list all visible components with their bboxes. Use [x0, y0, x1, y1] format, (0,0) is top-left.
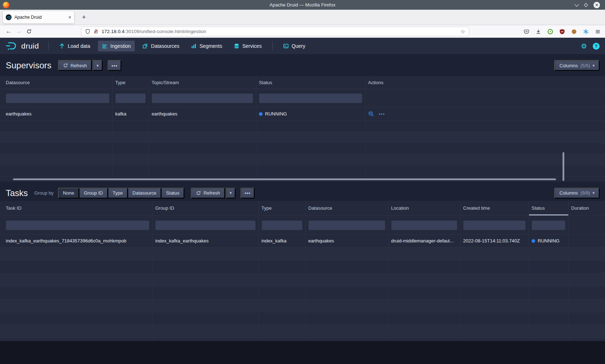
sup-header-status[interactable]: Status [256, 76, 366, 89]
sup-filter-type-input[interactable] [115, 93, 146, 103]
window-close-icon[interactable]: × [593, 2, 600, 8]
new-tab-button[interactable]: + [79, 13, 89, 22]
window-maximize-icon[interactable] [584, 3, 588, 7]
supervisors-title: Supervisors [6, 60, 51, 70]
nav-item-services[interactable]: Services [230, 41, 266, 51]
ingestion-icon [102, 43, 108, 49]
help-icon[interactable]: ? [593, 43, 600, 50]
task-header-status-sorted[interactable]: Status [529, 201, 569, 215]
tracking-shield-icon[interactable] [85, 29, 90, 34]
downloads-icon[interactable] [535, 29, 541, 35]
empty-row [0, 132, 605, 143]
task-filter-datasource-input[interactable] [308, 220, 385, 230]
refresh-label: Refresh [71, 63, 87, 68]
sup-filter-status-input[interactable] [259, 93, 362, 103]
group-by-type-button[interactable]: Type [108, 188, 128, 199]
group-by-group-id-button[interactable]: Group ID [79, 188, 108, 199]
url-bar[interactable]: 172.18.0.4:30109/unified-console.html#in… [81, 27, 469, 36]
sup-header-type[interactable]: Type [113, 76, 149, 89]
cell-group-id: index_kafka_earthquakes [153, 235, 259, 247]
empty-row [0, 165, 605, 177]
group-by-datasource-button[interactable]: Datasource [128, 188, 161, 199]
columns-count: (9/9) [581, 190, 590, 196]
sup-header-actions: Actions [366, 76, 605, 89]
tasks-refresh-caret-button[interactable]: ▾ [226, 188, 236, 199]
sup-header-topic-stream[interactable]: Topic/Stream [149, 76, 256, 89]
ublock-origin-icon[interactable]: UO [559, 29, 565, 35]
task-row-index-kafka-earthquakes[interactable]: index_kafka_earthquakes_7184357396d6c0a_… [0, 235, 605, 247]
task-filter-created-time-input[interactable] [463, 220, 526, 230]
group-by-status-button[interactable]: Status [161, 188, 184, 199]
nav-item-segments[interactable]: Segments [187, 41, 226, 51]
druid-brand[interactable]: druid [5, 41, 39, 51]
refresh-label: Refresh [203, 190, 220, 196]
task-header-group-id[interactable]: Group ID [153, 201, 259, 215]
tasks-refresh-button[interactable]: Refresh [191, 188, 225, 199]
empty-row [0, 299, 605, 312]
empty-row [0, 260, 605, 273]
consent-asterisk-icon[interactable] [583, 29, 589, 35]
supervisors-more-button[interactable]: ••• [108, 60, 122, 71]
supervisors-refresh-button[interactable]: Refresh [58, 60, 92, 71]
segments-icon [191, 43, 197, 49]
task-filter-location-input[interactable] [391, 220, 457, 230]
cookie-icon[interactable] [571, 29, 577, 35]
nav-label: Query [292, 43, 305, 49]
task-filter-group-id-input[interactable] [155, 220, 256, 230]
tab-close-icon[interactable]: × [68, 14, 71, 20]
task-header-created-time[interactable]: Created time [461, 201, 529, 215]
task-header-type[interactable]: Type [259, 201, 306, 215]
task-filter-status-input[interactable] [532, 220, 565, 230]
task-filter-type-input[interactable] [261, 220, 302, 230]
cell-task-id: index_kafka_earthquakes_7184357396d6c0a_… [0, 235, 153, 247]
supervisors-section: Supervisors Refresh ▾ ••• Columns (5/5) … [0, 55, 605, 185]
empty-row [0, 154, 605, 165]
reload-icon [26, 29, 32, 34]
horizontal-scrollbar[interactable] [13, 178, 556, 180]
task-header-task-id[interactable]: Task ID [0, 201, 153, 215]
menu-hamburger-icon[interactable] [595, 29, 601, 35]
vertical-scrollbar[interactable] [563, 152, 564, 181]
reload-button[interactable] [24, 29, 34, 34]
task-header-datasource[interactable]: Datasource [306, 201, 389, 215]
task-filter-task-id-input[interactable] [6, 220, 149, 230]
supervisors-refresh-caret-button[interactable]: ▾ [93, 60, 103, 71]
cell-location: druid-middlemanager-defaul... [389, 235, 461, 247]
chevron-down-icon: ▾ [230, 191, 232, 195]
nav-item-query[interactable]: Query [279, 41, 309, 51]
supervisors-table: Datasource Type Topic/Stream Status Acti… [0, 76, 605, 182]
nav-item-load-data[interactable]: Load data [55, 41, 94, 51]
cell-type: index_kafka [259, 235, 306, 247]
row-more-icon[interactable]: ••• [379, 112, 385, 117]
bookmark-star-icon[interactable]: ☆ [461, 28, 465, 35]
sup-filter-topic-input[interactable] [152, 93, 253, 103]
status-label: RUNNING [538, 238, 560, 244]
tasks-more-button[interactable]: ••• [241, 188, 255, 199]
chevron-down-icon: ▾ [592, 191, 595, 195]
forward-button[interactable]: → [14, 28, 24, 35]
tasks-columns-button[interactable]: Columns (9/9) ▾ [554, 188, 600, 199]
magnify-detail-icon[interactable] [368, 111, 374, 117]
browser-tab-apache-druid[interactable]: Apache Druid × [3, 11, 74, 23]
status-badge: RUNNING [529, 235, 569, 247]
sup-header-datasource[interactable]: Datasource [0, 76, 113, 89]
settings-gear-icon[interactable]: ⚙ [581, 43, 587, 50]
sup-filter-datasource-input[interactable] [6, 93, 109, 103]
group-by-button-group: None Group ID Type Datasource Status [58, 188, 184, 199]
tasks-table: Task ID Group ID Type Datasource Locatio… [0, 201, 605, 341]
pocket-icon[interactable] [524, 29, 529, 35]
task-header-location[interactable]: Location [389, 201, 461, 215]
supervisor-row-earthquakes[interactable]: earthquakes kafka earthquakes RUNNING ••… [0, 107, 605, 121]
group-by-none-button[interactable]: None [58, 188, 79, 199]
nav-item-ingestion[interactable]: Ingestion [98, 41, 135, 51]
nav-item-datasources[interactable]: Datasources [138, 41, 183, 51]
insecure-lock-icon[interactable] [93, 29, 99, 34]
task-header-duration[interactable]: Duration [569, 201, 605, 215]
chevron-down-icon: ▾ [592, 63, 595, 68]
refresh-icon [196, 191, 201, 196]
back-button[interactable]: ← [4, 28, 14, 35]
window-minimize-icon[interactable] [574, 2, 579, 7]
supervisors-columns-button[interactable]: Columns (5/5) ▾ [554, 60, 600, 71]
cell-type: kafka [113, 107, 149, 120]
extension-green-icon[interactable] [547, 29, 553, 35]
